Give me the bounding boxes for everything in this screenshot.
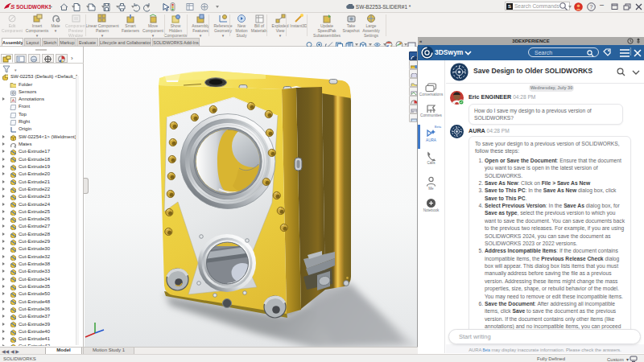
svg-text:SOLIDWORKS: SOLIDWORKS — [16, 4, 51, 10]
svg-text:?: ? — [589, 4, 592, 10]
svg-text:A: A — [12, 98, 15, 103]
svg-text:S: S — [10, 3, 15, 10]
